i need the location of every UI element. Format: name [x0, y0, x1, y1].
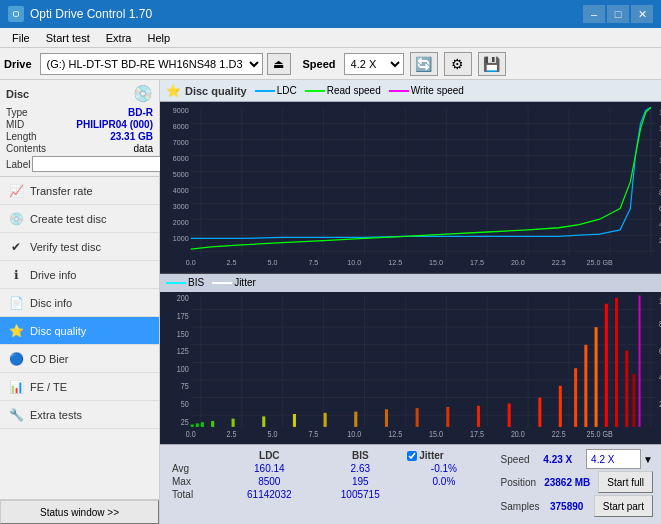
max-jitter: 0.0%	[403, 475, 484, 488]
legend-bis-label: BIS	[188, 277, 204, 288]
maximize-button[interactable]: □	[607, 5, 629, 23]
svg-text:20.0: 20.0	[511, 429, 525, 439]
stats-row-total: Total 61142032 1005715	[168, 488, 485, 501]
sidebar-item-cd-bier-label: CD Bier	[30, 353, 69, 365]
svg-text:10.0: 10.0	[347, 258, 361, 267]
svg-rect-116	[625, 350, 628, 426]
speed-select[interactable]: 4.2 X	[344, 53, 404, 75]
svg-text:15.0: 15.0	[429, 429, 443, 439]
sidebar-item-verify-test-disc[interactable]: ✔ Verify test disc	[0, 233, 159, 261]
sidebar-item-disc-info[interactable]: 📄 Disc info	[0, 289, 159, 317]
title-bar: O Opti Drive Control 1.70 – □ ✕	[0, 0, 661, 28]
chart-legend: LDC Read speed Write speed	[255, 85, 464, 96]
start-full-button[interactable]: Start full	[598, 471, 653, 493]
disc-type-label: Type	[6, 107, 28, 118]
svg-rect-114	[605, 303, 608, 426]
avg-jitter: -0.1%	[403, 462, 484, 475]
jitter-checkbox[interactable]	[407, 451, 417, 461]
svg-rect-117	[632, 374, 635, 427]
svg-rect-109	[538, 397, 541, 426]
readspeed-color	[305, 90, 325, 92]
total-jitter	[403, 488, 484, 501]
drive-info-icon: ℹ	[8, 267, 24, 283]
top-chart: 9000 8000 7000 6000 5000 4000 3000 2000 …	[160, 102, 661, 274]
extra-tests-icon: 🔧	[8, 407, 24, 423]
refresh-button[interactable]: 🔄	[410, 52, 438, 76]
sidebar-item-transfer-rate[interactable]: 📈 Transfer rate	[0, 177, 159, 205]
bottom-chart-header: BIS Jitter	[160, 274, 661, 292]
menu-bar: File Start test Extra Help	[0, 28, 661, 48]
disc-length-value: 23.31 GB	[110, 131, 153, 142]
svg-text:6000: 6000	[173, 153, 189, 162]
stats-row-max: Max 8500 195 0.0%	[168, 475, 485, 488]
sidebar-item-create-test-disc-label: Create test disc	[30, 213, 106, 225]
svg-text:12.5: 12.5	[388, 429, 402, 439]
status-window-button[interactable]: Status window >>	[0, 500, 159, 524]
disc-mid-label: MID	[6, 119, 24, 130]
sidebar-item-drive-info-label: Drive info	[30, 269, 76, 281]
svg-text:17.5: 17.5	[470, 429, 484, 439]
svg-text:50: 50	[181, 399, 189, 409]
svg-text:2.5: 2.5	[227, 258, 237, 267]
sidebar-item-verify-test-disc-label: Verify test disc	[30, 241, 101, 253]
sidebar: Disc 💿 Type BD-R MID PHILIPR04 (000) Len…	[0, 80, 160, 524]
speed-dropdown-arrow[interactable]: ▼	[643, 454, 653, 465]
legend-writespeed-label: Write speed	[411, 85, 464, 96]
speed-value-display: 4.23 X	[543, 454, 572, 465]
svg-rect-118	[639, 295, 641, 426]
col-header-jitter: Jitter	[419, 450, 443, 461]
svg-text:9000: 9000	[173, 106, 189, 115]
svg-rect-108	[508, 403, 511, 426]
disc-quality-icon: ⭐	[8, 323, 24, 339]
samples-label: Samples	[501, 501, 540, 512]
legend-ldc-label: LDC	[277, 85, 297, 96]
svg-text:100: 100	[177, 364, 189, 374]
legend-jitter-label: Jitter	[234, 277, 256, 288]
svg-text:4000: 4000	[173, 185, 189, 194]
disc-length-row: Length 23.31 GB	[6, 131, 153, 142]
disc-type-row: Type BD-R	[6, 107, 153, 118]
save-button[interactable]: 💾	[478, 52, 506, 76]
disc-contents-label: Contents	[6, 143, 46, 154]
menu-extra[interactable]: Extra	[98, 30, 140, 46]
sidebar-item-create-test-disc[interactable]: 💿 Create test disc	[0, 205, 159, 233]
svg-rect-103	[354, 411, 357, 426]
total-ldc: 61142032	[221, 488, 317, 501]
menu-start-test[interactable]: Start test	[38, 30, 98, 46]
verify-test-disc-icon: ✔	[8, 239, 24, 255]
svg-text:5.0: 5.0	[267, 258, 277, 267]
close-button[interactable]: ✕	[631, 5, 653, 23]
col-header-ldc: LDC	[221, 449, 317, 462]
max-label: Max	[168, 475, 221, 488]
sidebar-item-fe-te[interactable]: 📊 FE / TE	[0, 373, 159, 401]
disc-mid-row: MID PHILIPR04 (000)	[6, 119, 153, 130]
max-bis: 195	[317, 475, 403, 488]
sidebar-item-cd-bier[interactable]: 🔵 CD Bier	[0, 345, 159, 373]
svg-text:25: 25	[181, 417, 189, 427]
nav-items: 📈 Transfer rate 💿 Create test disc ✔ Ver…	[0, 177, 159, 499]
menu-help[interactable]: Help	[139, 30, 178, 46]
window-controls: – □ ✕	[583, 5, 653, 23]
settings-button[interactable]: ⚙	[444, 52, 472, 76]
start-part-button[interactable]: Start part	[594, 495, 653, 517]
svg-text:125: 125	[177, 346, 189, 356]
eject-button[interactable]: ⏏	[267, 53, 291, 75]
disc-label-input[interactable]	[32, 156, 165, 172]
svg-text:20.0: 20.0	[511, 258, 525, 267]
fe-te-icon: 📊	[8, 379, 24, 395]
max-ldc: 8500	[221, 475, 317, 488]
svg-rect-115	[615, 297, 618, 426]
sidebar-item-drive-info[interactable]: ℹ Drive info	[0, 261, 159, 289]
minimize-button[interactable]: –	[583, 5, 605, 23]
avg-label: Avg	[168, 462, 221, 475]
drive-select[interactable]: (G:) HL-DT-ST BD-RE WH16NS48 1.D3	[40, 53, 263, 75]
app-title: Opti Drive Control 1.70	[30, 7, 152, 21]
bis-color	[166, 282, 186, 284]
disc-label-key: Label	[6, 159, 30, 170]
sidebar-item-extra-tests[interactable]: 🔧 Extra tests	[0, 401, 159, 429]
sidebar-item-extra-tests-label: Extra tests	[30, 409, 82, 421]
menu-file[interactable]: File	[4, 30, 38, 46]
sidebar-item-disc-quality[interactable]: ⭐ Disc quality	[0, 317, 159, 345]
svg-text:25.0 GB: 25.0 GB	[587, 429, 613, 439]
svg-rect-98	[211, 421, 214, 427]
